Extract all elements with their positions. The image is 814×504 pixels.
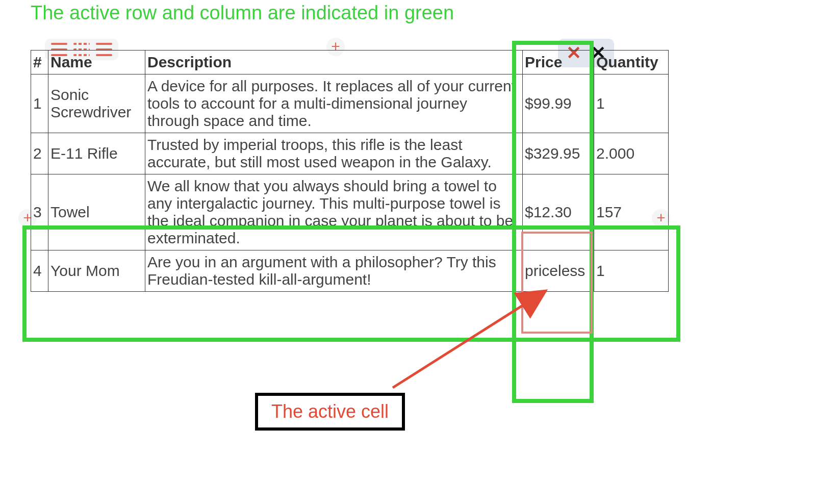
cell-name[interactable]: E-11 Rifle bbox=[48, 133, 145, 174]
cell-qty[interactable]: 1 bbox=[594, 74, 669, 133]
cell-price[interactable]: priceless bbox=[523, 250, 594, 292]
table-header-row: # Name Description Price Quantity bbox=[31, 51, 669, 74]
header-desc[interactable]: Description bbox=[145, 51, 523, 74]
page-caption: The active row and column are indicated … bbox=[31, 2, 454, 24]
cell-name[interactable]: Towel bbox=[48, 174, 145, 250]
cell-desc[interactable]: We all know that you always should bring… bbox=[145, 174, 523, 250]
active-cell-label: The active cell bbox=[255, 393, 405, 431]
cell-num[interactable]: 3 bbox=[31, 174, 48, 250]
cell-desc[interactable]: Are you in an argument with a philosophe… bbox=[145, 250, 523, 292]
header-num[interactable]: # bbox=[31, 51, 48, 74]
cell-qty[interactable]: 1 bbox=[594, 250, 669, 292]
svg-line-0 bbox=[393, 291, 546, 388]
header-price[interactable]: Price bbox=[523, 51, 594, 74]
table-row[interactable]: 3 Towel We all know that you always shou… bbox=[31, 174, 669, 250]
table-row[interactable]: 4 Your Mom Are you in an argument with a… bbox=[31, 250, 669, 292]
cell-desc[interactable]: Trusted by imperial troops, this rifle i… bbox=[145, 133, 523, 174]
cell-qty[interactable]: 2.000 bbox=[594, 133, 669, 174]
cell-name[interactable]: Sonic Screwdriver bbox=[48, 74, 145, 133]
cell-num[interactable]: 4 bbox=[31, 250, 48, 292]
cell-price[interactable]: $329.95 bbox=[523, 133, 594, 174]
cell-name[interactable]: Your Mom bbox=[48, 250, 145, 292]
header-qty[interactable]: Quantity bbox=[594, 51, 669, 74]
table-row[interactable]: 2 E-11 Rifle Trusted by imperial troops,… bbox=[31, 133, 669, 174]
header-name[interactable]: Name bbox=[48, 51, 145, 74]
cell-desc[interactable]: A device for all purposes. It replaces a… bbox=[145, 74, 523, 133]
cell-price[interactable]: $12.30 bbox=[523, 174, 594, 250]
cell-num[interactable]: 2 bbox=[31, 133, 48, 174]
cell-qty[interactable]: 157 bbox=[594, 174, 669, 250]
cell-price[interactable]: $99.99 bbox=[523, 74, 594, 133]
table-row[interactable]: 1 Sonic Screwdriver A device for all pur… bbox=[31, 74, 669, 133]
products-table[interactable]: # Name Description Price Quantity 1 Soni… bbox=[31, 50, 669, 292]
cell-num[interactable]: 1 bbox=[31, 74, 48, 133]
